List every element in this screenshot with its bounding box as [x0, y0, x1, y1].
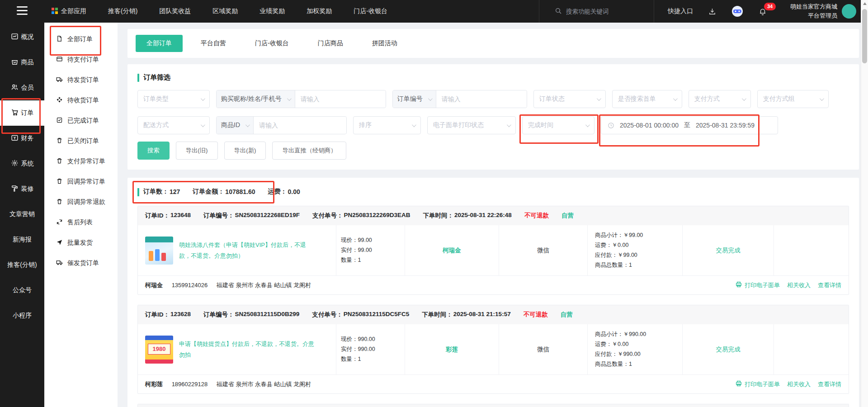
- sidebar-item-system[interactable]: 系统: [0, 151, 44, 176]
- view-detail-link[interactable]: 查看详情: [818, 380, 841, 388]
- submenu-item-pay-abnormal-orders[interactable]: 支付异常订单: [44, 151, 118, 171]
- topbar-item-performance-reward[interactable]: 业绩奖励: [259, 7, 285, 15]
- quick-entry-link[interactable]: 快捷入口: [668, 7, 693, 15]
- sidebar-item-finance[interactable]: 财务: [0, 126, 44, 151]
- order-time: 2025-08-31 22:26:48: [454, 212, 512, 220]
- chevron-down-icon: [287, 96, 292, 101]
- topbar-item-region-reward[interactable]: 区域奖励: [212, 7, 238, 15]
- export-new-button[interactable]: 导出(新): [224, 142, 266, 160]
- order-status-select[interactable]: 订单状态: [533, 90, 606, 108]
- buyer-link[interactable]: 柯瑞金: [405, 225, 499, 275]
- product-name-link[interactable]: 萌娃洗涤八件套（申请【萌娃VIP】付款后，不退款，不退货。介意勿拍）: [179, 240, 315, 261]
- amount-summary-cell: 商品小计：￥99.00 运费：￥0.00 应付款：￥99.00 商品总数量：1: [587, 225, 682, 275]
- submenu-item-all-orders[interactable]: 全部订单: [44, 29, 118, 49]
- topbar-item-label: 业绩奖励: [259, 7, 285, 15]
- pay-method-group-select[interactable]: 支付方式组: [757, 90, 829, 108]
- order-body: 萌娃洗涤八件套（申请【萌娃VIP】付款后，不退款，不退货。介意勿拍） 现价：99…: [138, 225, 849, 275]
- goods-id-group: 商品ID: [216, 116, 347, 134]
- topbar-item-weighted-reward[interactable]: 加权奖励: [307, 7, 332, 15]
- order-stats: 订单数：127 订单金额：107881.60 运费：0.00: [137, 188, 849, 196]
- receiver-phone: 13599124026: [172, 282, 208, 289]
- related-income-link[interactable]: 相关收入: [787, 281, 811, 289]
- sidebar-item-mini-program[interactable]: 小程序: [0, 303, 44, 328]
- buyer-field-select[interactable]: 购买昵称/姓名/手机号: [217, 90, 295, 108]
- submenu-item-aftersale-list[interactable]: 售后列表: [44, 212, 118, 232]
- user-info[interactable]: 萌娃当家官方商城 平台管理员: [790, 2, 837, 20]
- chevron-down-icon: [428, 96, 433, 101]
- delivery-method-select[interactable]: 配送方式: [137, 116, 210, 134]
- chevron-down-icon: [585, 123, 590, 127]
- submenu-item-closed-orders[interactable]: 已关闭订单: [44, 131, 118, 151]
- avatar[interactable]: [842, 4, 856, 19]
- tab-all-orders[interactable]: 全部订单: [136, 35, 183, 52]
- scrollbar-thumb[interactable]: [862, 9, 867, 63]
- search-input[interactable]: [566, 8, 634, 15]
- finish-time-date-range[interactable]: 2025-08-01 00:00:00 至 2025-08-31 23:59:5…: [601, 116, 778, 134]
- tab-platform-self[interactable]: 平台自营: [190, 35, 237, 52]
- submenu-item-to-receive-orders[interactable]: 待收货订单: [44, 90, 118, 110]
- buyer-link[interactable]: 彩莲: [405, 324, 499, 374]
- scroll-up-arrow-icon[interactable]: [863, 2, 867, 5]
- submenu-item-callback-abnormal-refund[interactable]: 回调异常退款: [44, 192, 118, 212]
- tab-group-activity[interactable]: 拼团活动: [361, 35, 408, 52]
- sidebar-item-goods[interactable]: 商品: [0, 50, 44, 75]
- product-name-link[interactable]: 申请【萌娃提货点】付款后，不退款，不退货。介意勿拍: [179, 339, 315, 360]
- download-icon[interactable]: [708, 8, 716, 15]
- submenu-item-batch-ship[interactable]: 批量发货: [44, 232, 118, 253]
- assistant-robot-icon[interactable]: [731, 5, 743, 17]
- submenu-item-completed-orders[interactable]: 已完成订单: [44, 110, 118, 131]
- hamburger-menu-button[interactable]: [0, 6, 44, 16]
- notification-badge: 34: [764, 3, 776, 10]
- eorder-print-status-select[interactable]: 电子面单打印状态: [427, 116, 516, 134]
- sidebar-item-members[interactable]: 会员: [0, 75, 44, 100]
- submenu-item-unpaid-orders[interactable]: 待支付订单: [44, 49, 118, 70]
- order-sn: SN2508312115D0B299: [235, 311, 300, 319]
- topbar-item-label: 门店-收银台: [354, 7, 387, 15]
- order-no-field-select[interactable]: 订单编号: [393, 90, 436, 108]
- tab-store-cashier[interactable]: 门店-收银台: [244, 35, 300, 52]
- product-image[interactable]: [145, 237, 173, 265]
- sidebar-item-new-poster[interactable]: 新海报: [0, 227, 44, 252]
- buyer-search-input[interactable]: [295, 90, 386, 108]
- sidebar-item-tuike[interactable]: 推客(分销): [0, 252, 44, 278]
- topbar-item-tuike[interactable]: 推客(分销): [108, 7, 137, 15]
- submenu-item-callback-abnormal-orders[interactable]: 回调异常订单: [44, 171, 118, 192]
- sidebar-item-decorate[interactable]: 装修: [0, 176, 44, 202]
- order-id: 123628: [170, 311, 191, 319]
- sidebar-item-orders[interactable]: 订单: [0, 100, 44, 126]
- order-actions: 打印电子面单 相关收入 查看详情: [735, 281, 841, 289]
- order-type-select[interactable]: 订单类型: [137, 90, 210, 108]
- topbar-item-team-reward[interactable]: 团队奖收益: [159, 7, 191, 15]
- chevron-down-icon: [673, 96, 678, 101]
- submenu-item-to-ship-orders[interactable]: 待发货订单: [44, 70, 118, 90]
- tab-store-goods[interactable]: 门店商品: [307, 35, 354, 52]
- title-accent-bar: [137, 74, 139, 82]
- goods-id-input[interactable]: [254, 117, 346, 134]
- search-button[interactable]: 搜索: [137, 142, 170, 160]
- sort-select[interactable]: 排序: [353, 116, 421, 134]
- sidebar-item-article-marketing[interactable]: 文章营销: [0, 202, 44, 227]
- topbar-item-store-cashier[interactable]: 门店-收银台: [354, 7, 387, 15]
- topbar-item-label: 推客(分销): [108, 7, 137, 15]
- topbar-item-all-apps[interactable]: 全部应用: [52, 7, 86, 15]
- goods-id-field-select[interactable]: 商品ID: [217, 117, 254, 134]
- search-icon: [555, 7, 562, 16]
- submenu-item-urge-ship-orders[interactable]: 催发货订单: [44, 253, 118, 273]
- shop-name: 萌娃当家官方商城: [790, 2, 837, 11]
- view-detail-link[interactable]: 查看详情: [818, 281, 841, 289]
- notification-bell-icon[interactable]: 34: [759, 7, 767, 16]
- export-old-button[interactable]: 导出(旧): [176, 142, 218, 160]
- print-eorder-link[interactable]: 打印电子面单: [735, 380, 780, 388]
- product-image[interactable]: 1980: [145, 336, 173, 364]
- sidebar-item-overview[interactable]: 概况: [0, 24, 44, 50]
- related-income-link[interactable]: 相关收入: [787, 380, 811, 388]
- page-scrollbar[interactable]: [861, 0, 868, 407]
- first-order-select[interactable]: 是否搜索首单: [612, 90, 682, 108]
- print-eorder-link[interactable]: 打印电子面单: [735, 281, 780, 289]
- finish-time-select[interactable]: 完成时间: [522, 116, 594, 134]
- sidebar-item-label: 订单: [21, 109, 34, 117]
- order-no-input[interactable]: [436, 90, 527, 108]
- sidebar-item-official-account[interactable]: 公众号: [0, 278, 44, 303]
- export-direct-button[interactable]: 导出直推（经销商）: [272, 142, 346, 160]
- pay-method-select[interactable]: 支付方式: [689, 90, 751, 108]
